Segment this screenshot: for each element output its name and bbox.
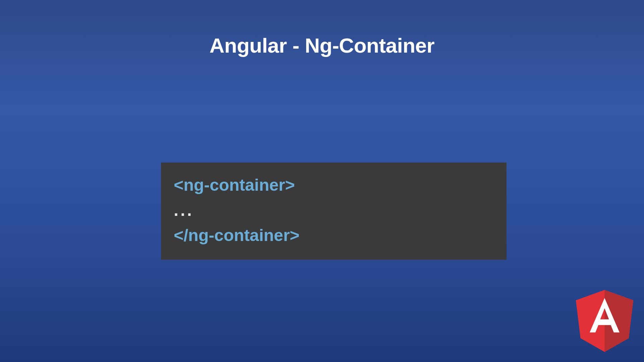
code-example-box: <ng-container> ... </ng-container> — [161, 163, 506, 260]
slide-title: Angular - Ng-Container — [0, 0, 644, 57]
angular-logo-icon — [575, 290, 634, 352]
code-line-open-tag: <ng-container> — [174, 173, 494, 198]
code-line-close-tag: </ng-container> — [174, 223, 494, 248]
code-line-content: ... — [174, 198, 494, 223]
